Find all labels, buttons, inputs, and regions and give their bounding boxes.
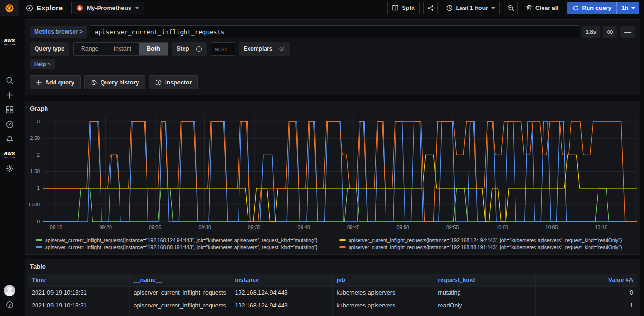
datasource-picker[interactable]: My-Prometheus <box>71 2 144 14</box>
legend-item[interactable]: apiserver_current_inflight_requests{inst… <box>36 243 339 251</box>
table-cell: 2021-09-19 10:13:31 <box>28 312 129 316</box>
table-column-header[interactable]: request_kind <box>434 274 535 287</box>
split-columns-icon <box>392 5 398 11</box>
table-column-header[interactable]: Value #A <box>535 274 637 287</box>
table-cell: 2021-09-19 10:13:31 <box>28 299 129 312</box>
query-type-instant[interactable]: Instant <box>106 43 139 55</box>
run-query-interval-dropdown[interactable]: 1h <box>616 2 639 14</box>
table-cell: 192.168.88.191:443 <box>231 312 332 316</box>
sidebar-item-aws-plugin[interactable]: aws <box>0 147 19 161</box>
series-line[interactable] <box>43 155 637 222</box>
table-column-header[interactable]: job <box>332 274 434 287</box>
avatar <box>4 285 15 296</box>
clock-icon <box>446 5 453 11</box>
table-cell: apiserver_current_inflight_requests <box>129 312 231 316</box>
query-type-both[interactable]: Both <box>139 43 167 55</box>
share-button[interactable] <box>423 2 438 14</box>
query-exec-time-badge: 1.8s <box>582 26 600 38</box>
time-range-picker[interactable]: Last 1 hour <box>442 2 500 14</box>
svg-text:09:20: 09:20 <box>100 224 112 230</box>
inspector-button[interactable]: Inspector <box>149 75 198 89</box>
chevron-down-icon <box>491 7 495 9</box>
table-panel-title: Table <box>25 259 640 272</box>
sidebar-item-explore[interactable] <box>0 117 19 132</box>
sidebar-item-help[interactable]: ? <box>0 297 19 312</box>
remove-query-button[interactable]: — <box>620 26 635 38</box>
zoom-out-button[interactable] <box>504 2 518 14</box>
svg-text:10:05: 10:05 <box>545 224 558 230</box>
svg-text:2.50: 2.50 <box>30 135 40 141</box>
svg-text:09:55: 09:55 <box>446 224 459 230</box>
table-cell: readOnly <box>434 299 535 312</box>
sidebar-item-alerting[interactable] <box>0 132 19 147</box>
svg-text:09:25: 09:25 <box>149 224 161 230</box>
sidebar-item-configuration[interactable] <box>0 161 19 176</box>
query-type-range[interactable]: Range <box>74 43 106 55</box>
query-history-button[interactable]: Query history <box>84 75 145 89</box>
query-editor-section: Metrics browser > 1.8s — Query type Rang… <box>25 19 640 95</box>
time-series-chart[interactable]: 00.50011.5022.50309:1509:2009:2509:3009:… <box>25 114 640 235</box>
sidebar-item-create[interactable] <box>0 88 19 102</box>
explore-content: Metrics browser > 1.8s — Query type Rang… <box>19 16 644 316</box>
query-type-label: Query type <box>30 42 69 56</box>
table-row: 2021-09-19 10:13:31apiserver_current_inf… <box>28 287 637 299</box>
page-title: Explore <box>26 4 63 12</box>
sidebar-item-profile[interactable] <box>0 283 19 297</box>
chevron-down-icon <box>135 7 139 9</box>
legend-series-label: apiserver_current_inflight_requests{inst… <box>349 237 622 243</box>
table-column-header[interactable]: instance <box>231 274 332 287</box>
table-column-header[interactable]: __name__ <box>129 274 231 287</box>
table-cell: 192.168.124.94:443 <box>231 299 332 312</box>
table-row: 2021-09-19 10:13:31apiserver_current_inf… <box>28 312 637 316</box>
table-cell: 2021-09-19 10:13:31 <box>28 287 129 299</box>
help-button[interactable]: Help > <box>30 59 55 69</box>
table-cell: apiserver_current_inflight_requests <box>129 299 231 312</box>
toggle-visibility-button[interactable] <box>603 26 617 38</box>
exemplars-label: Exemplars <box>239 42 291 56</box>
explore-compass-icon <box>6 121 14 129</box>
svg-text:0: 0 <box>37 219 40 224</box>
dashboards-grid-icon <box>6 106 14 114</box>
share-icon <box>427 5 434 11</box>
prometheus-icon <box>76 5 83 11</box>
legend-item[interactable]: apiserver_current_inflight_requests{inst… <box>36 236 339 243</box>
run-query-button[interactable]: Run query 1h <box>567 2 639 14</box>
datasource-name: My-Prometheus <box>87 5 131 11</box>
metrics-browser-button[interactable]: Metrics browser > <box>30 26 87 38</box>
graph-panel: Graph 00.50011.5022.50309:1509:2009:2509… <box>25 101 640 255</box>
bell-icon <box>6 135 14 143</box>
table-column-header[interactable]: Time <box>28 274 129 287</box>
grafana-logo[interactable] <box>0 0 19 16</box>
svg-text:09:50: 09:50 <box>397 224 409 230</box>
query-input[interactable] <box>90 25 579 38</box>
info-icon <box>196 46 202 52</box>
table-cell: 0 <box>535 287 637 299</box>
svg-text:?: ? <box>8 303 11 307</box>
sidebar-item-search[interactable] <box>0 73 19 88</box>
legend-item[interactable]: apiserver_current_inflight_requests{inst… <box>339 243 622 251</box>
refresh-icon <box>572 5 579 11</box>
plus-icon <box>36 80 42 85</box>
add-query-button[interactable]: Add query <box>30 75 81 89</box>
legend-item[interactable]: apiserver_current_inflight_requests{inst… <box>339 236 622 243</box>
sidebar-item-dashboards[interactable] <box>0 102 19 117</box>
sidebar-item-aws-home[interactable]: aws <box>0 34 19 48</box>
trash-icon <box>526 5 532 11</box>
table-cell: mutating <box>434 287 535 299</box>
step-input[interactable] <box>211 42 235 56</box>
zoom-out-icon <box>507 5 514 11</box>
svg-text:0.500: 0.500 <box>28 202 40 207</box>
svg-text:3: 3 <box>37 119 40 124</box>
table-cell: 192.168.124.94:443 <box>231 287 332 299</box>
legend-series-color <box>339 246 346 248</box>
grafana-flame-icon <box>4 3 15 13</box>
top-navbar: Explore My-Prometheus Split <box>0 0 644 16</box>
aws-logo-icon: aws <box>4 37 15 45</box>
compass-icon <box>26 4 33 12</box>
clear-all-button[interactable]: Clear all <box>522 2 563 14</box>
svg-text:1.50: 1.50 <box>30 168 40 174</box>
split-button[interactable]: Split <box>387 2 419 14</box>
gear-icon <box>6 165 14 173</box>
legend-series-label: apiserver_current_inflight_requests{inst… <box>45 244 317 250</box>
step-label: Step <box>172 42 207 56</box>
